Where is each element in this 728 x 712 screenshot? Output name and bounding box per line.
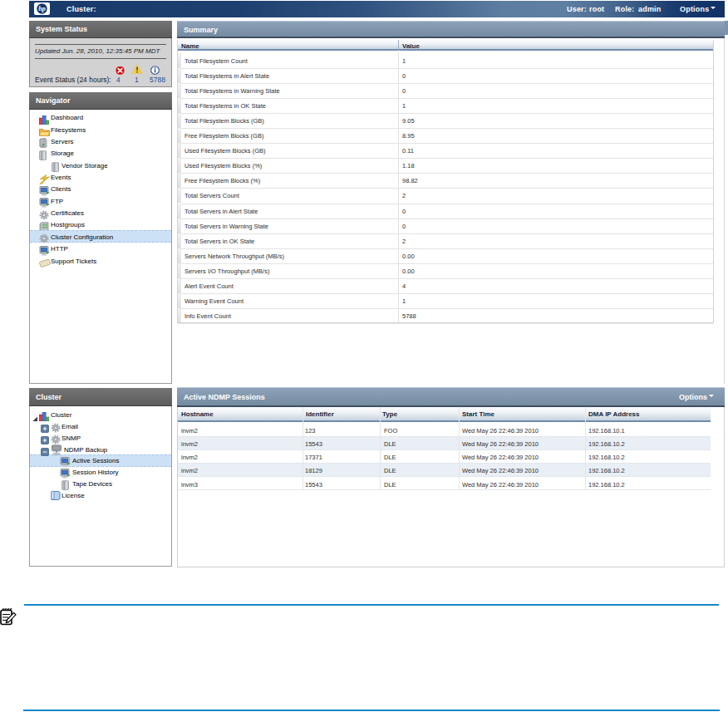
svg-text:hp: hp [38,5,46,12]
